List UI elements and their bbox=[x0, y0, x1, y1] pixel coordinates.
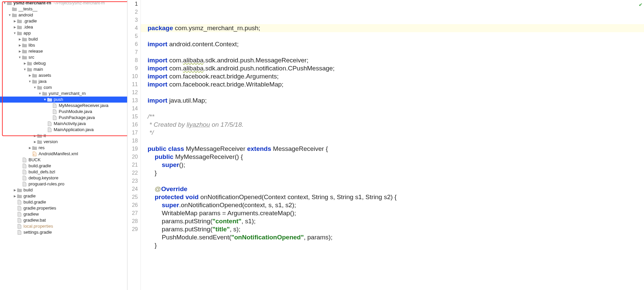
tree-item-label: __tests__ bbox=[18, 6, 37, 12]
code-line-14[interactable]: */ bbox=[141, 129, 644, 137]
expand-arrow-icon[interactable]: ▶ bbox=[28, 145, 32, 151]
expand-arrow-icon[interactable]: ▶ bbox=[33, 139, 37, 145]
tree-folder-gradle[interactable]: ▶gradle bbox=[0, 193, 127, 199]
expand-arrow-icon[interactable]: ▶ bbox=[33, 133, 37, 139]
tree-folder-release[interactable]: ▶release bbox=[0, 48, 127, 54]
code-line-25[interactable]: params.putString("content", s1); bbox=[141, 217, 644, 225]
code-line-18[interactable]: super(); bbox=[141, 161, 644, 169]
expand-arrow-icon[interactable]: ▶ bbox=[13, 187, 17, 193]
tree-folder-.idea[interactable]: ▶.idea bbox=[0, 24, 127, 30]
tree-folder-main[interactable]: ▼main bbox=[0, 66, 127, 72]
code-line-7[interactable]: import com.facebook.react.bridge.Argumen… bbox=[141, 72, 644, 80]
tree-folder-ysmz-merchant-rn[interactable]: ▼ysmz-merchant-rn~/Projects/ysmz-merchan… bbox=[0, 0, 127, 6]
tree-folder-src[interactable]: ▼src bbox=[0, 54, 127, 60]
code-line-27[interactable]: PushModule.sendEvent("onNotificationOpen… bbox=[141, 233, 644, 241]
tree-file-proguard-rules.pro[interactable]: proguard-rules.pro bbox=[0, 181, 127, 187]
expand-arrow-icon[interactable]: ▶ bbox=[18, 36, 22, 42]
code-line-19[interactable]: } bbox=[141, 169, 644, 177]
code-line-15[interactable] bbox=[141, 137, 644, 145]
code-line-3[interactable]: import android.content.Context; bbox=[141, 40, 644, 48]
tree-item-label: local.properties bbox=[23, 223, 53, 229]
tree-folder-it[interactable]: ▶it bbox=[0, 133, 127, 139]
tree-folder-android[interactable]: ▼android bbox=[0, 12, 127, 18]
code-line-17[interactable]: public MyMessageReceiver() { bbox=[141, 153, 644, 161]
code-line-28[interactable]: } bbox=[141, 241, 644, 249]
tree-file-MainApplication.java[interactable]: MainApplication.java bbox=[0, 127, 127, 133]
code-line-23[interactable]: super.onNotificationOpened(context, s, s… bbox=[141, 201, 644, 209]
tree-folder-ysmz_merchant_rn[interactable]: ▼ysmz_merchant_rn bbox=[0, 91, 127, 97]
tree-folder-version[interactable]: ▶version bbox=[0, 139, 127, 145]
code-line-10[interactable]: import java.util.Map; bbox=[141, 97, 644, 105]
expand-arrow-icon[interactable]: ▼ bbox=[23, 66, 27, 72]
code-line-12[interactable]: /** bbox=[141, 113, 644, 121]
tree-file-AndroidManifest.xml[interactable]: xAndroidManifest.xml bbox=[0, 151, 127, 157]
code-line-13[interactable]: * Created by liyazhou on 17/5/18. bbox=[141, 121, 644, 129]
code-line-11[interactable] bbox=[141, 105, 644, 113]
tree-folder-java[interactable]: ▼java bbox=[0, 78, 127, 84]
expand-arrow-icon[interactable]: ▼ bbox=[38, 91, 42, 97]
expand-arrow-icon[interactable]: ▶ bbox=[13, 18, 17, 24]
tree-folder-com[interactable]: ▼com bbox=[0, 84, 127, 91]
code-line-24[interactable]: WritableMap params = Arguments.createMap… bbox=[141, 209, 644, 217]
tree-folder-res[interactable]: ▶res bbox=[0, 145, 127, 151]
code-line-22[interactable]: protected void onNotificationOpened(Cont… bbox=[141, 193, 644, 201]
file-icon bbox=[22, 170, 27, 174]
code-line-9[interactable] bbox=[141, 89, 644, 97]
expand-arrow-icon[interactable]: ▼ bbox=[13, 30, 17, 36]
expand-arrow-icon[interactable]: ▶ bbox=[23, 60, 27, 66]
expand-arrow-icon[interactable]: ▼ bbox=[3, 0, 7, 6]
tree-folder-push[interactable]: ▼push bbox=[0, 97, 127, 103]
tree-file-MainActivity.java[interactable]: MainActivity.java bbox=[0, 121, 127, 127]
tree-file-build.gradle[interactable]: build.gradle bbox=[0, 199, 127, 205]
tree-folder-assets[interactable]: ▶assets bbox=[0, 72, 127, 78]
tree-item-label: android bbox=[18, 12, 33, 18]
tree-file-BUCK[interactable]: BUCK bbox=[0, 157, 127, 163]
tree-folder-libs[interactable]: ▶libs bbox=[0, 42, 127, 48]
code-line-4[interactable] bbox=[141, 48, 644, 56]
code-line-29[interactable] bbox=[141, 249, 644, 257]
code-line-21[interactable]: @Override bbox=[141, 185, 644, 193]
tree-folder-app[interactable]: ▼app bbox=[0, 30, 127, 36]
code-line-16[interactable]: public class MyMessageReceiver extends M… bbox=[141, 145, 644, 153]
code-editor[interactable]: ✔ package com.ysmz_merchant_rn.push; imp… bbox=[141, 0, 644, 290]
expand-arrow-icon[interactable]: ▶ bbox=[13, 193, 17, 199]
code-line-2[interactable] bbox=[141, 32, 644, 40]
expand-arrow-icon[interactable]: ▼ bbox=[33, 84, 37, 91]
tree-file-debug.keystore[interactable]: debug.keystore bbox=[0, 175, 127, 181]
tree-file-settings.gradle[interactable]: settings.gradle bbox=[0, 229, 127, 235]
expand-arrow-icon[interactable]: ▼ bbox=[18, 54, 22, 60]
gutter-line-14: 14 bbox=[127, 105, 141, 113]
expand-arrow-icon[interactable]: ▶ bbox=[18, 42, 22, 48]
expand-arrow-icon[interactable]: ▶ bbox=[18, 48, 22, 54]
tree-file-MyMessageReceiver.java[interactable]: MyMessageReceiver.java bbox=[0, 103, 127, 109]
expand-arrow-icon[interactable]: ▼ bbox=[43, 97, 47, 103]
tree-folder-build[interactable]: ▶build bbox=[0, 187, 127, 193]
tree-folder-build[interactable]: ▶build bbox=[0, 36, 127, 42]
expand-arrow-icon[interactable]: ▶ bbox=[28, 72, 32, 78]
code-line-6[interactable]: import com.alibaba.sdk.android.push.noti… bbox=[141, 64, 644, 72]
expand-arrow-icon[interactable]: ▶ bbox=[13, 24, 17, 30]
expand-arrow-icon[interactable]: ▼ bbox=[28, 78, 32, 84]
tree-file-build_defs.bzl[interactable]: build_defs.bzl bbox=[0, 169, 127, 175]
tree-file-build.gradle[interactable]: build.gradle bbox=[0, 163, 127, 169]
code-line-26[interactable]: params.putString("title", s); bbox=[141, 225, 644, 233]
tree-file-gradle.properties[interactable]: gradle.properties bbox=[0, 205, 127, 211]
tree-file-local.properties[interactable]: local.properties bbox=[0, 223, 127, 229]
tree-folder-debug[interactable]: ▶debug bbox=[0, 60, 127, 66]
expand-arrow-icon[interactable]: ▼ bbox=[8, 12, 12, 18]
code-line-20[interactable] bbox=[141, 177, 644, 185]
code-line-5[interactable]: import com.alibaba.sdk.android.push.Mess… bbox=[141, 56, 644, 64]
tree-file-gradlew[interactable]: gradlew bbox=[0, 211, 127, 217]
tree-item-label: res bbox=[39, 145, 45, 151]
tree-file-gradlew.bat[interactable]: gradlew.bat bbox=[0, 217, 127, 223]
tree-folder-__tests__[interactable]: __tests__ bbox=[0, 6, 127, 12]
tree-file-PushPackage.java[interactable]: PushPackage.java bbox=[0, 115, 127, 121]
tree-item-label: MyMessageReceiver.java bbox=[59, 103, 108, 109]
project-tree-pane[interactable]: ▼ysmz-merchant-rn~/Projects/ysmz-merchan… bbox=[0, 0, 127, 290]
code-line-1[interactable]: package com.ysmz_merchant_rn.push; bbox=[141, 24, 644, 32]
tree-folder-.gradle[interactable]: ▶.gradle bbox=[0, 18, 127, 24]
code-line-8[interactable]: import com.facebook.react.bridge.Writabl… bbox=[141, 80, 644, 89]
gutter-line-18: 18 bbox=[127, 137, 141, 145]
tree-file-PushModule.java[interactable]: PushModule.java bbox=[0, 109, 127, 115]
gutter-line-24: 24 bbox=[127, 185, 141, 193]
